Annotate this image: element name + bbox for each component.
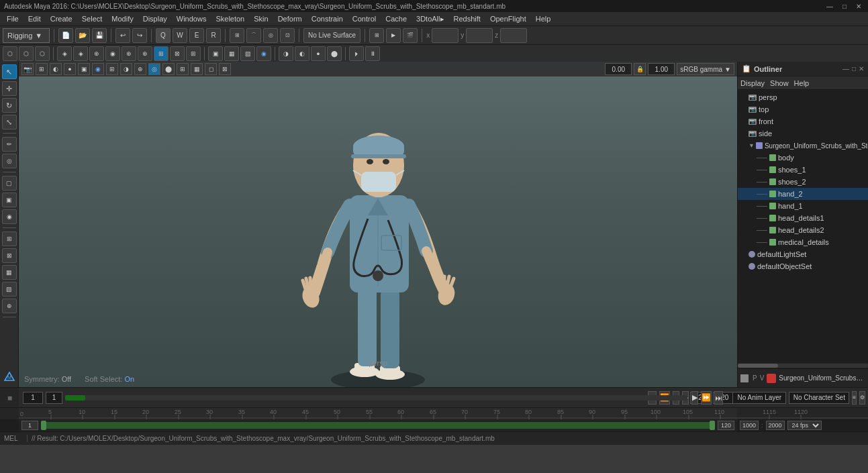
range-end-field2[interactable]: 120 xyxy=(718,421,734,430)
select-obj-btn[interactable]: ⬡ xyxy=(3,46,17,61)
tool7[interactable]: ⊞ xyxy=(2,231,17,246)
outliner-item-hand2[interactable]: hand_2 xyxy=(738,188,868,200)
outliner-item-hand1[interactable]: hand_1 xyxy=(738,200,868,212)
snap6-btn[interactable]: ⊕ xyxy=(138,46,152,61)
max-frame-field[interactable]: 1000 xyxy=(740,421,759,430)
disp3-btn[interactable]: ▧ xyxy=(240,46,255,61)
rotate-tool-btn[interactable]: E xyxy=(189,28,204,43)
snap-point-btn[interactable]: ◎ xyxy=(263,28,278,43)
vp-ao[interactable]: ⊕ xyxy=(134,63,146,75)
char-set-field[interactable]: No Character Set xyxy=(789,392,849,404)
menu-select[interactable]: Select xyxy=(78,13,107,24)
anim-layer-field[interactable]: No Anim Layer xyxy=(732,392,786,404)
snap2-btn[interactable]: ◈ xyxy=(73,46,88,61)
range-slider-handle-right[interactable] xyxy=(710,421,715,430)
outliner-maximize[interactable]: □ xyxy=(852,65,856,72)
next-key-btn[interactable]: ⏩ xyxy=(701,391,712,405)
cv-tool[interactable]: ▢ xyxy=(2,176,17,191)
outliner-hscroll[interactable] xyxy=(738,363,868,368)
outliner-help-menu[interactable]: Help xyxy=(794,79,810,87)
outliner-show-menu[interactable]: Show xyxy=(770,79,789,87)
vp-panels-btn[interactable]: ⊞ xyxy=(36,63,48,75)
tool11[interactable]: ⊕ xyxy=(2,299,17,313)
outliner-item-body[interactable]: body xyxy=(738,152,868,164)
paint-tool-left[interactable]: ✏ xyxy=(2,137,17,152)
sculpt-tool-left[interactable]: ◎ xyxy=(2,154,17,168)
outliner-item-side[interactable]: 📷 side xyxy=(738,127,868,140)
menu-constrain[interactable]: Constrain xyxy=(307,13,347,24)
vp-cameraoff[interactable]: ◻ xyxy=(205,63,217,75)
menu-file[interactable]: File xyxy=(3,13,23,24)
disp7-btn[interactable]: ● xyxy=(311,46,326,61)
maximize-btn[interactable]: □ xyxy=(840,3,849,10)
outliner-display-menu[interactable]: Display xyxy=(740,79,765,87)
range-slider-track[interactable] xyxy=(65,395,687,401)
disp5-btn[interactable]: ◑ xyxy=(279,46,293,61)
outliner-item-medical-details[interactable]: medical_details xyxy=(738,236,868,248)
vp-isolate[interactable]: ⊠ xyxy=(219,63,231,75)
redo-btn[interactable]: ↪ xyxy=(132,28,147,43)
scale-tool-left[interactable]: ⤡ xyxy=(2,115,17,129)
menu-edit[interactable]: Edit xyxy=(24,13,45,24)
menu-redshift[interactable]: Redshift xyxy=(450,13,485,24)
outliner-item-head-details2[interactable]: head_details2 xyxy=(738,224,868,236)
outliner-close[interactable]: ✕ xyxy=(859,65,864,72)
vp-gamma-dropdown[interactable]: sRGB gamma ▼ xyxy=(677,63,734,75)
menu-create[interactable]: Create xyxy=(46,13,77,24)
outliner-item-surgeon-root[interactable]: ▼ Surgeon_Uniform_Scrubs_with_Stethos xyxy=(738,140,868,152)
undo-btn[interactable]: ↩ xyxy=(115,28,130,43)
vp-motion[interactable]: ⬤ xyxy=(162,63,175,75)
anim1-btn[interactable]: ⏵ xyxy=(349,46,364,61)
anim2-btn[interactable]: ⏸ xyxy=(365,46,380,61)
snap-view-btn[interactable]: ⊡ xyxy=(280,28,295,43)
save-btn[interactable]: 💾 xyxy=(92,28,107,43)
move-tool-left[interactable]: ✛ xyxy=(2,81,17,96)
scale-tool-btn[interactable]: R xyxy=(206,28,221,43)
menu-windows[interactable]: Windows xyxy=(173,13,211,24)
char-set-icon2[interactable]: ⚙ xyxy=(859,391,865,405)
new-btn[interactable]: 📄 xyxy=(58,28,73,43)
vp-grid[interactable]: ⊞ xyxy=(177,63,189,75)
snap8-btn[interactable]: ⊠ xyxy=(170,46,185,61)
move-tool-btn[interactable]: W xyxy=(173,28,187,43)
close-btn[interactable]: ✕ xyxy=(853,3,864,10)
range-slider[interactable] xyxy=(41,422,715,429)
outliner-item-front[interactable]: 📷 front xyxy=(738,115,868,127)
disp8-btn[interactable]: ⬤ xyxy=(327,46,342,61)
outliner-item-shoes2[interactable]: shoes_2 xyxy=(738,176,868,188)
vp-tex[interactable]: ⊞ xyxy=(106,63,118,75)
menu-3dtoall[interactable]: 3DtoAll▸ xyxy=(412,13,448,25)
disp4-btn[interactable]: ◉ xyxy=(256,46,271,61)
playback-start-field[interactable]: 1 xyxy=(23,392,43,404)
menu-openflight[interactable]: OpenFlight xyxy=(486,13,530,24)
snap-grid-btn[interactable]: ⊞ xyxy=(230,28,244,43)
go-end-btn[interactable]: ⏭ xyxy=(714,391,723,405)
snap9-btn[interactable]: ⊞ xyxy=(186,46,201,61)
vp-shading3[interactable]: ◉ xyxy=(92,63,104,75)
vp-shadow[interactable]: ◑ xyxy=(120,63,132,75)
vp-field2[interactable]: 1.00 xyxy=(648,63,675,75)
vp-hud[interactable]: ▦ xyxy=(191,63,203,75)
fps-dropdown[interactable]: 24 fps xyxy=(787,421,822,430)
menu-deform[interactable]: Deform xyxy=(274,13,306,24)
snap4-btn[interactable]: ◉ xyxy=(105,46,120,61)
outliner-item-persp[interactable]: 📷 persp xyxy=(738,91,868,103)
z-field[interactable] xyxy=(500,28,527,43)
outliner-content[interactable]: 📷 persp 📷 top 📷 front 📷 side ▼ Surgeon_U… xyxy=(738,90,868,363)
select-comp-btn[interactable]: ⬡ xyxy=(35,46,50,61)
snap7-btn[interactable]: ⊞ xyxy=(154,46,168,61)
outliner-item-shoes1[interactable]: shoes_1 xyxy=(738,164,868,176)
select-tool-btn[interactable]: Q xyxy=(156,28,171,43)
menu-skeleton[interactable]: Skeleton xyxy=(211,13,248,24)
menu-control[interactable]: Control xyxy=(348,13,380,24)
vp-lock-icon[interactable]: 🔒 xyxy=(634,63,646,75)
menu-modify[interactable]: Modify xyxy=(107,13,137,24)
render-settings-btn[interactable]: ⊞ xyxy=(369,28,384,43)
vp-field1[interactable]: 0.00 xyxy=(605,63,632,75)
menu-display[interactable]: Display xyxy=(139,13,171,24)
outliner-item-top[interactable]: 📷 top xyxy=(738,103,868,115)
extrude-tool[interactable]: ▣ xyxy=(2,193,17,207)
tool8[interactable]: ⊠ xyxy=(2,248,17,263)
tool10[interactable]: ▧ xyxy=(2,282,17,297)
outliner-hscroll-thumb[interactable] xyxy=(738,364,778,368)
